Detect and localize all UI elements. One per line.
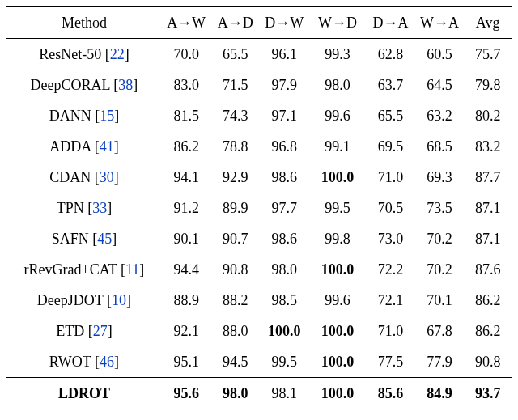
cell-value: 97.9 <box>260 70 309 100</box>
table-header-row: Method A→W A→D D→W W→D D→A W→A Avg <box>6 7 512 39</box>
cell-value: 98.0 <box>210 378 260 409</box>
cell-value: 88.2 <box>210 285 260 316</box>
table-row: ETD [27]92.188.0100.0100.071.067.886.2 <box>6 316 512 346</box>
method-cell: ETD [27] <box>6 316 162 346</box>
method-name: RWOT <box>49 354 91 370</box>
cell-value: 71.0 <box>366 162 415 193</box>
cell-value: 67.8 <box>415 316 465 346</box>
table-row: TPN [33]91.289.997.799.570.573.587.1 <box>6 193 512 223</box>
cell-value: 88.9 <box>162 285 211 316</box>
cell-value: 87.7 <box>464 162 512 193</box>
method-name: DANN <box>49 108 91 124</box>
cell-value: 99.8 <box>309 223 367 254</box>
cell-value: 100.0 <box>260 316 309 346</box>
cell-value: 60.5 <box>415 39 465 70</box>
cell-value: 99.5 <box>309 193 367 223</box>
cell-value: 87.1 <box>464 223 512 254</box>
table-row: RWOT [46]95.194.599.5100.077.577.990.8 <box>6 346 512 378</box>
cell-value: 86.2 <box>464 316 512 346</box>
method-name: ETD <box>56 323 84 339</box>
cell-value: 89.9 <box>210 193 260 223</box>
method-cell: LDROT <box>6 378 162 409</box>
method-name: DeepJDOT <box>37 292 104 308</box>
cell-value: 87.1 <box>464 193 512 223</box>
cell-value: 73.5 <box>415 193 465 223</box>
method-name: ResNet-50 <box>39 46 101 62</box>
table-row: CDAN [30]94.192.998.6100.071.069.387.7 <box>6 162 512 193</box>
col-header-ad: A→D <box>210 7 260 39</box>
table-row: SAFN [45]90.190.798.699.873.070.287.1 <box>6 223 512 254</box>
cell-value: 91.2 <box>162 193 211 223</box>
citation-number[interactable]: 30 <box>100 169 114 185</box>
cell-value: 98.6 <box>260 162 309 193</box>
cell-value: 99.5 <box>260 346 309 378</box>
col-header-da: D→A <box>366 7 415 39</box>
citation-number[interactable]: 11 <box>125 261 139 278</box>
cell-value: 86.2 <box>162 131 211 162</box>
cell-value: 90.8 <box>210 254 260 285</box>
method-name: TPN <box>57 200 84 216</box>
cell-value: 92.1 <box>162 316 211 346</box>
cell-value: 69.3 <box>415 162 465 193</box>
citation-number[interactable]: 15 <box>100 108 114 124</box>
results-table: Method A→W A→D D→W W→D D→A W→A Avg ResNe… <box>6 6 512 409</box>
cell-value: 65.5 <box>366 100 415 131</box>
cell-value: 64.5 <box>415 70 465 100</box>
method-name: ADDA <box>49 138 91 155</box>
cell-value: 94.5 <box>210 346 260 378</box>
method-name: rRevGrad+CAT <box>24 261 117 278</box>
cell-value: 97.7 <box>260 193 309 223</box>
cell-value: 95.6 <box>162 378 211 409</box>
citation-number[interactable]: 33 <box>92 200 107 216</box>
cell-value: 94.4 <box>162 254 211 285</box>
table-row: rRevGrad+CAT [11]94.490.898.0100.072.270… <box>6 254 512 285</box>
cell-value: 77.5 <box>366 346 415 378</box>
cell-value: 72.2 <box>366 254 415 285</box>
table-row: ADDA [41]86.278.896.899.169.568.583.2 <box>6 131 512 162</box>
cell-value: 74.3 <box>210 100 260 131</box>
citation-number[interactable]: 46 <box>100 354 114 370</box>
citation-number[interactable]: 41 <box>100 138 114 155</box>
cell-value: 87.6 <box>464 254 512 285</box>
citation-number[interactable]: 10 <box>112 292 126 308</box>
cell-value: 99.1 <box>309 131 367 162</box>
method-name: CDAN <box>49 169 91 185</box>
citation-number[interactable]: 22 <box>110 46 125 62</box>
cell-value: 95.1 <box>162 346 211 378</box>
cell-value: 99.6 <box>309 100 367 131</box>
citation-number[interactable]: 38 <box>118 77 133 93</box>
cell-value: 98.5 <box>260 285 309 316</box>
cell-value: 94.1 <box>162 162 211 193</box>
cell-value: 70.2 <box>415 254 465 285</box>
method-cell: ADDA [41] <box>6 131 162 162</box>
method-cell: SAFN [45] <box>6 223 162 254</box>
table-row: ResNet-50 [22]70.065.596.199.362.860.575… <box>6 39 512 70</box>
cell-value: 98.1 <box>260 378 309 409</box>
method-name: SAFN <box>52 231 89 247</box>
cell-value: 99.6 <box>309 285 367 316</box>
method-cell: DeepJDOT [10] <box>6 285 162 316</box>
cell-value: 100.0 <box>309 316 367 346</box>
cell-value: 88.0 <box>210 316 260 346</box>
cell-value: 68.5 <box>415 131 465 162</box>
citation-number[interactable]: 45 <box>97 231 112 247</box>
cell-value: 83.0 <box>162 70 211 100</box>
cell-value: 100.0 <box>309 254 367 285</box>
cell-value: 100.0 <box>309 378 367 409</box>
cell-value: 70.5 <box>366 193 415 223</box>
cell-value: 69.5 <box>366 131 415 162</box>
cell-value: 78.8 <box>210 131 260 162</box>
cell-value: 98.6 <box>260 223 309 254</box>
cell-value: 93.7 <box>464 378 512 409</box>
cell-value: 99.3 <box>309 39 367 70</box>
cell-value: 70.2 <box>415 223 465 254</box>
cell-value: 71.0 <box>366 316 415 346</box>
citation-number[interactable]: 27 <box>93 323 108 339</box>
cell-value: 98.0 <box>260 254 309 285</box>
cell-value: 81.5 <box>162 100 211 131</box>
cell-value: 90.8 <box>464 346 512 378</box>
cell-value: 96.1 <box>260 39 309 70</box>
method-cell: DeepCORAL [38] <box>6 70 162 100</box>
cell-value: 97.1 <box>260 100 309 131</box>
method-cell: DANN [15] <box>6 100 162 131</box>
